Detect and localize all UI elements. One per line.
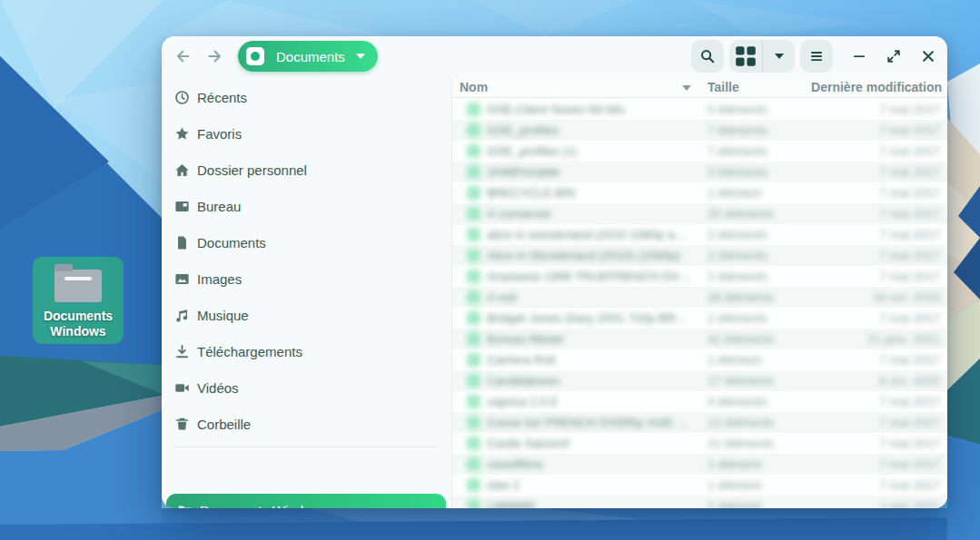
document-icon: [174, 235, 190, 250]
file-modified-date: 1 juin 2021: [835, 499, 947, 508]
file-name: GSE,Client Seven 64 bits: [487, 103, 625, 116]
file-size: 1 élément: [708, 186, 835, 200]
column-header-name[interactable]: Nom: [460, 80, 488, 94]
sidebar-item[interactable]: Récents: [162, 79, 451, 115]
column-header-size[interactable]: Taille: [708, 80, 739, 94]
file-name: 2048Portable: [487, 165, 559, 179]
view-options-button[interactable]: [762, 40, 795, 73]
folder-icon: [467, 416, 480, 429]
folder-icon: [467, 311, 480, 325]
back-icon[interactable]: [173, 47, 192, 65]
sidebar-item-label: Récents: [197, 90, 247, 105]
table-row[interactable]: caprica 2.0.5 4 éléments 7 mai 2017: [452, 391, 947, 412]
grid-view-button[interactable]: [729, 40, 762, 73]
file-name: Alice in Wonderland (2010) (1080p): [487, 249, 680, 262]
chevron-down-icon: [775, 54, 784, 59]
menu-button[interactable]: [800, 40, 833, 73]
desktop: Documents Windows Documents: [0, 0, 980, 540]
sidebar-item[interactable]: Corbeille: [162, 406, 451, 442]
column-header-modified[interactable]: Dernière modification: [811, 80, 942, 94]
folder-icon: [467, 353, 480, 367]
sidebar-item[interactable]: Favoris: [162, 115, 451, 152]
table-row[interactable]: Camera Roll 1 élément 7 mai 2017: [452, 349, 947, 370]
sidebar-item-label: Bureau: [197, 199, 241, 214]
sidebar-item-label: Documents Windows: [200, 503, 328, 509]
maximize-icon[interactable]: [885, 47, 903, 65]
table-row[interactable]: Alice in Wonderland (2010) (1080p) 2 élé…: [452, 245, 947, 266]
folder-icon: [467, 395, 480, 408]
minimize-icon[interactable]: [850, 47, 868, 65]
file-size: 7 éléments: [708, 123, 835, 137]
file-manager-window: Documents: [162, 36, 947, 508]
sidebar-item[interactable]: Téléchargements: [162, 333, 451, 369]
file-name: Bureau fililster: [487, 332, 565, 346]
table-row[interactable]: Bureau fililster 41 éléments 21 janv. 20…: [452, 329, 947, 349]
folder-icon: [467, 144, 480, 158]
file-name: clee 2: [487, 478, 520, 492]
file-name: GSE_profiles (1): [487, 144, 578, 158]
list-header: Nom Taille Dernière modification: [452, 78, 947, 98]
table-row[interactable]: GSE_profiles (1) 7 éléments 7 mai 2017: [452, 141, 947, 162]
table-row[interactable]: Casse toi! FRENCH DVDRip XviD … 12 éléme…: [452, 412, 947, 433]
file-size: 2 éléments: [708, 249, 835, 262]
table-row[interactable]: 2048Portable 3 éléments 7 mai 2017: [452, 162, 947, 182]
view-switcher: [729, 40, 795, 73]
file-size: 7 éléments: [708, 144, 835, 158]
file-size: 20 éléments: [708, 207, 835, 221]
file-size: 5 éléments: [708, 103, 835, 116]
file-modified-date: 7 mai 2017: [835, 353, 947, 367]
table-row[interactable]: Anastasia 1998 TRUEFRENCH DV… 2 éléments…: [452, 266, 947, 287]
desktop-shortcut-label: Documents Windows: [35, 309, 122, 339]
file-name: GSE_profiles: [487, 123, 559, 137]
table-row[interactable]: $RECYCLE.BIN 1 élément 7 mai 2017: [452, 182, 947, 203]
video-icon: [174, 380, 190, 396]
sidebar-item[interactable]: Dossier personnel: [162, 152, 451, 188]
table-row[interactable]: A voir 28 éléments 18 oct. 2019: [452, 287, 947, 308]
file-size: 17 éléments: [708, 374, 835, 388]
folder-icon: [467, 332, 480, 346]
file-modified-date: 18 oct. 2019: [835, 290, 947, 304]
sidebar-item-label: Téléchargements: [197, 344, 302, 359]
home-icon: [174, 162, 190, 178]
sidebar-item[interactable]: Musique: [162, 297, 451, 333]
file-modified-date: 7 mai 2017: [835, 123, 947, 137]
file-size: 21 éléments: [708, 437, 835, 450]
table-row[interactable]: Castle Saison4 21 éléments 7 mai 2017: [452, 433, 947, 454]
table-row[interactable]: Bridget Jones Diary 2001 720p BR… 2 élém…: [452, 308, 947, 329]
headerbar: Documents: [162, 36, 947, 76]
forward-icon[interactable]: [206, 47, 224, 65]
file-modified-date: 7 mai 2017: [835, 457, 947, 471]
folder-icon: [467, 123, 480, 137]
location-caret-icon: [356, 54, 365, 59]
file-modified-date: 7 mai 2017: [835, 144, 947, 158]
table-row[interactable]: GSE_profiles 7 éléments 7 mai 2017: [452, 120, 947, 141]
folder-icon: [54, 270, 102, 302]
sort-caret-icon[interactable]: [682, 85, 691, 91]
file-name: Casse toi! FRENCH DVDRip XviD …: [487, 416, 688, 429]
sidebar-item[interactable]: Vidéos: [162, 369, 451, 406]
location-button[interactable]: Documents: [238, 41, 378, 72]
table-row[interactable]: clee 2 1 élément 7 mai 2017: [452, 475, 947, 496]
table-row[interactable]: GSE,Client Seven 64 bits 5 éléments 7 ma…: [452, 99, 947, 120]
sidebar-item[interactable]: Bureau: [162, 188, 451, 224]
folder-icon: [467, 165, 480, 179]
search-button[interactable]: [691, 40, 724, 73]
sidebar-item-label: Dossier personnel: [197, 162, 307, 178]
file-size: 1 élément: [708, 457, 835, 471]
folder-icon: [467, 457, 480, 471]
table-row[interactable]: Candidatures 17 éléments 6 oct. 2020: [452, 370, 947, 391]
sidebar-item[interactable]: Documents: [162, 224, 451, 260]
table-row[interactable]: cewolfilms 1 élément 7 mai 2017: [452, 454, 947, 475]
table-row[interactable]: alice in wonderland (2010 1080p a… 2 élé…: [452, 224, 947, 245]
table-row[interactable]: LMMMM 1 élément 1 juin 2021: [452, 496, 947, 508]
sidebar-item[interactable]: Images: [162, 260, 451, 297]
hamburger-icon: [807, 47, 826, 65]
table-row[interactable]: A conserver 20 éléments 7 mai 2017: [452, 203, 947, 224]
search-icon: [698, 47, 717, 65]
sidebar-item-label: Musique: [197, 308, 249, 323]
file-size: 3 éléments: [708, 165, 835, 179]
file-modified-date: 7 mai 2017: [835, 249, 947, 262]
desktop-shortcut-documents-windows[interactable]: Documents Windows: [33, 257, 124, 344]
close-icon[interactable]: [919, 47, 937, 65]
sidebar-item-documents-windows[interactable]: Documents Windows: [166, 494, 446, 508]
